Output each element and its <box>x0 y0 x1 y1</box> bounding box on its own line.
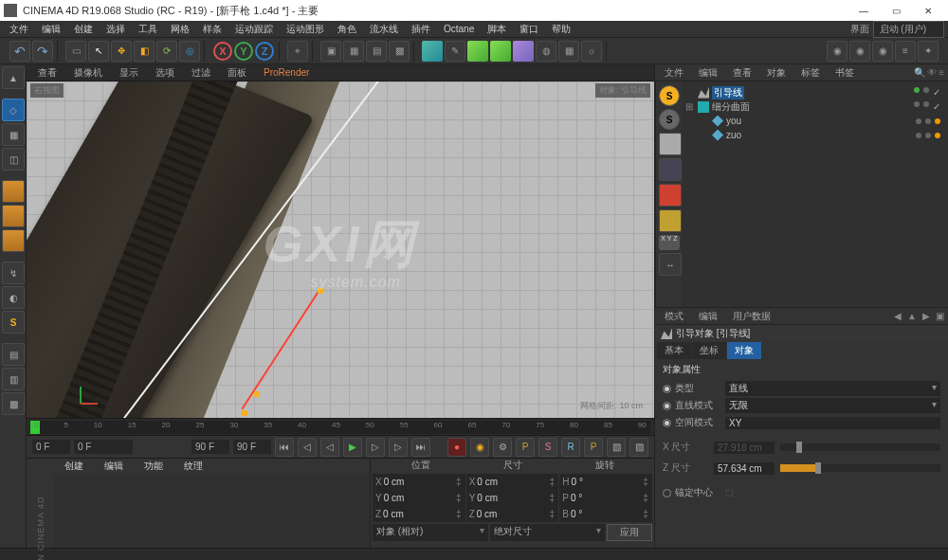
menu-edit[interactable]: 编辑 <box>36 21 66 38</box>
z-size-field[interactable]: 57.634 cm <box>714 462 775 475</box>
vp-menu-filter[interactable]: 过滤 <box>184 65 218 81</box>
light-icon[interactable]: ☼ <box>581 41 602 62</box>
rot-p-field[interactable]: P0 °‡ <box>559 490 652 506</box>
picture-viewer-icon[interactable]: ▩ <box>389 41 410 62</box>
key-param-toggle[interactable]: P <box>584 438 603 457</box>
frame-end-field[interactable]: 90 F <box>233 440 271 454</box>
recent-tool[interactable]: ◎ <box>179 41 200 62</box>
workplane4-icon[interactable]: ▩ <box>2 392 25 415</box>
octane-btn-1[interactable]: ◉ <box>827 41 848 62</box>
vp-menu-panel[interactable]: 面板 <box>220 65 254 81</box>
mat-menu-create[interactable]: 创建 <box>59 458 89 475</box>
size-y-field[interactable]: Y0 cm‡ <box>466 490 559 506</box>
material-list[interactable] <box>53 474 370 548</box>
eye-icon[interactable]: 👁 <box>927 67 937 78</box>
maximize-button[interactable]: ▭ <box>880 0 912 21</box>
octane-btn-5[interactable]: ✦ <box>918 41 939 62</box>
scale-tool[interactable]: ◧ <box>134 41 155 62</box>
prev-key-icon[interactable]: ◁ <box>320 438 339 457</box>
pos-x-field[interactable]: X0 cm‡ <box>373 474 465 490</box>
om-menu-view[interactable]: 查看 <box>727 65 757 81</box>
timeline-ruler[interactable]: 0510 152025 303540 455055 606570 758085 … <box>27 418 654 435</box>
step-back-icon[interactable]: ◁ <box>298 438 317 457</box>
rot-h-field[interactable]: H0 °‡ <box>559 474 652 490</box>
generator-subdiv-icon[interactable] <box>467 41 488 62</box>
octane-btn-3[interactable]: ◉ <box>872 41 893 62</box>
vp-menu-view[interactable]: 查看 <box>30 65 64 81</box>
nav-fwd-icon[interactable]: ▶ <box>922 311 930 321</box>
tree-row-you[interactable]: you <box>685 114 944 128</box>
octane-btn-2[interactable]: ◉ <box>849 41 870 62</box>
menu-window[interactable]: 窗口 <box>514 21 544 38</box>
mat-menu-func[interactable]: 功能 <box>138 458 169 475</box>
am-menu-mode[interactable]: 模式 <box>659 309 689 324</box>
size-mode-dropdown[interactable]: 绝对尺寸 <box>490 524 606 541</box>
menu-octane[interactable]: Octane <box>438 22 480 36</box>
om-menu-object[interactable]: 对象 <box>761 65 792 81</box>
menu-pipeline[interactable]: 流水线 <box>364 21 404 38</box>
spline-pen-icon[interactable]: ✎ <box>445 41 465 62</box>
poly-mode-icon[interactable] <box>2 229 25 252</box>
axis-y-toggle[interactable]: Y <box>234 42 253 61</box>
goto-end-icon[interactable]: ⏭ <box>411 438 430 457</box>
render-settings-icon[interactable]: ▤ <box>366 41 387 62</box>
om-filter-2-icon[interactable] <box>659 158 682 181</box>
camera-icon[interactable]: ▦ <box>558 41 579 62</box>
om-xyz-icon[interactable]: X Y Z <box>659 235 680 250</box>
primitive-cube-icon[interactable] <box>422 41 443 62</box>
om-snap-icon[interactable]: S <box>659 85 680 106</box>
record-key-icon[interactable]: ● <box>447 438 466 457</box>
radio-icon[interactable] <box>663 385 671 393</box>
menu-file[interactable]: 文件 <box>4 21 34 38</box>
linemode-dropdown[interactable]: 无限 <box>725 398 940 413</box>
spacemode-value[interactable]: XY <box>725 417 940 429</box>
layout-dropdown[interactable]: 启动 (用户) <box>873 21 944 38</box>
apply-button[interactable]: 应用 <box>607 524 652 541</box>
menu-mograph[interactable]: 运动图形 <box>281 21 330 38</box>
viewport[interactable]: 右视图 对象: 引导线 网格间距: 10 cm GXI网 system.com <box>27 81 654 418</box>
am-tab-coord[interactable]: 坐标 <box>692 342 726 359</box>
viewport-solo-icon[interactable]: ◐ <box>2 286 25 309</box>
move-tool[interactable]: ✥ <box>111 41 132 62</box>
deformer-icon[interactable] <box>513 41 534 62</box>
tree-row-zuo[interactable]: zuo <box>685 128 944 142</box>
mat-menu-edit[interactable]: 编辑 <box>99 458 129 475</box>
goto-start-icon[interactable]: ⏮ <box>275 438 294 457</box>
rotate-tool[interactable]: ⟳ <box>156 41 177 62</box>
rot-b-field[interactable]: B0 °‡ <box>559 506 652 522</box>
menu-spline[interactable]: 样条 <box>197 21 228 38</box>
nav-back-icon[interactable]: ◀ <box>894 311 902 321</box>
key-scale-toggle[interactable]: S <box>538 438 557 457</box>
workplane3-icon[interactable]: ▥ <box>2 368 25 390</box>
axis-x-toggle[interactable]: X <box>213 42 232 61</box>
om-filter-4-icon[interactable] <box>659 209 682 232</box>
om-solo-icon[interactable]: S <box>659 109 680 130</box>
texture-mode-icon[interactable]: ▦ <box>2 123 25 146</box>
vp-menu-camera[interactable]: 摄像机 <box>66 65 110 81</box>
size-x-field[interactable]: X0 cm‡ <box>466 474 559 490</box>
size-z-field[interactable]: Z0 cm‡ <box>466 506 559 522</box>
menu-script[interactable]: 脚本 <box>482 21 512 38</box>
key-pla-toggle[interactable]: ▧ <box>607 438 626 457</box>
menu-mesh[interactable]: 网格 <box>165 21 195 38</box>
play-icon[interactable]: ▶ <box>343 438 362 457</box>
menu-motrack[interactable]: 运动跟踪 <box>229 21 279 38</box>
guide-handle[interactable] <box>318 288 323 294</box>
object-tree[interactable]: 引导线 ✓ ⊞ 细分曲面 ✓ you z <box>682 81 948 307</box>
frame-current-field[interactable]: 0 F <box>74 440 133 454</box>
am-tab-object[interactable]: 对象 <box>727 342 761 359</box>
redo-button[interactable]: ↷ <box>32 41 53 62</box>
guide-handle[interactable] <box>242 410 247 416</box>
render-view-icon[interactable]: ▣ <box>320 41 341 62</box>
om-menu-bookmarks[interactable]: 书签 <box>830 65 860 81</box>
frame-range-end-field[interactable]: 90 F <box>191 440 229 454</box>
menu-help[interactable]: 帮助 <box>546 21 576 38</box>
search-icon[interactable]: 🔍 <box>914 67 925 78</box>
frame-start-field[interactable]: 0 F <box>32 440 70 454</box>
mat-menu-tex[interactable]: 纹理 <box>178 458 209 475</box>
am-tab-basic[interactable]: 基本 <box>657 342 691 359</box>
menu-create[interactable]: 创建 <box>68 21 99 38</box>
om-filter-3-icon[interactable] <box>659 184 682 207</box>
next-key-icon[interactable]: ▷ <box>366 438 385 457</box>
key-position-toggle[interactable]: P <box>516 438 535 457</box>
